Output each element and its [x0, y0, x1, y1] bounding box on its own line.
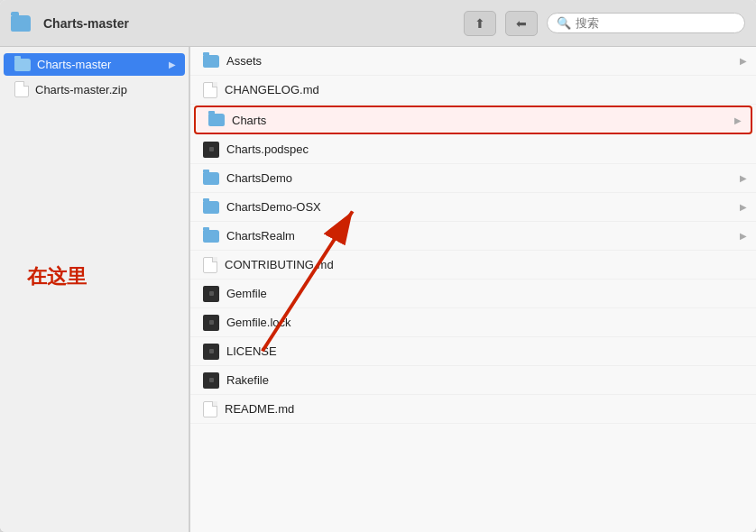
file-icon — [203, 257, 217, 273]
file-item-label: ChartsDemo-OSX — [226, 200, 733, 214]
sidebar: Charts-master ▶ Charts-master.zip 在这里 — [0, 47, 189, 532]
folder-icon — [203, 201, 219, 214]
search-bar: 🔍 — [547, 13, 745, 33]
sidebar-item-label: Charts-master — [37, 58, 111, 71]
share-button[interactable]: ⬆ — [464, 11, 496, 36]
back-icon: ⬅ — [516, 16, 527, 31]
file-list-item-assets[interactable]: Assets▶ — [190, 47, 756, 76]
chevron-right-icon: ▶ — [740, 56, 747, 66]
dark-file-icon — [203, 372, 219, 389]
finder-window: Charts-master ⬆ ⬅ 🔍 Charts-master ▶ Char… — [0, 0, 756, 532]
chevron-right-icon: ▶ — [740, 202, 747, 212]
dark-file-icon — [203, 344, 219, 360]
file-list-item-charts-demo-osx[interactable]: ChartsDemo-OSX▶ — [190, 193, 756, 222]
file-icon — [14, 81, 29, 97]
sidebar-item-zip[interactable]: Charts-master.zip — [4, 77, 185, 102]
share-icon: ⬆ — [475, 16, 485, 31]
file-item-label: ChartsDemo — [226, 171, 733, 185]
file-item-label: README.md — [225, 402, 747, 416]
dark-file-icon — [203, 315, 219, 331]
file-list-item-changelog[interactable]: CHANGELOG.md — [190, 76, 756, 105]
file-list-item-rakefile[interactable]: Rakefile — [190, 366, 756, 395]
right-panel: Assets▶CHANGELOG.mdCharts▶Charts.podspec… — [190, 47, 756, 532]
folder-icon — [203, 230, 219, 243]
file-item-label: Rakefile — [226, 373, 747, 387]
chevron-right-icon: ▶ — [169, 60, 176, 69]
search-input[interactable] — [576, 16, 720, 30]
titlebar-folder-icon — [11, 15, 31, 32]
file-list-item-charts-realm[interactable]: ChartsRealm▶ — [190, 222, 756, 251]
folder-icon — [203, 172, 219, 185]
file-list-item-gemfile-lock[interactable]: Gemfile.lock — [190, 308, 756, 337]
folder-icon — [203, 55, 219, 68]
chevron-right-icon: ▶ — [740, 173, 747, 183]
titlebar: Charts-master ⬆ ⬅ 🔍 — [0, 0, 756, 47]
search-icon: 🔍 — [557, 16, 571, 30]
folder-icon — [208, 114, 225, 126]
chevron-right-icon: ▶ — [734, 115, 742, 125]
file-item-label: Gemfile — [226, 287, 747, 300]
file-list-item-charts[interactable]: Charts▶ — [194, 105, 752, 134]
file-list-item-license[interactable]: LICENSE — [190, 337, 756, 366]
dark-file-icon — [203, 142, 219, 158]
main-area: Charts-master ▶ Charts-master.zip 在这里 As… — [0, 47, 756, 532]
sidebar-item-charts-master[interactable]: Charts-master ▶ — [4, 53, 185, 76]
file-item-label: ChartsRealm — [226, 229, 733, 243]
dark-file-icon — [203, 286, 219, 302]
file-item-label: Gemfile.lock — [226, 316, 747, 329]
file-item-label: Assets — [226, 54, 733, 68]
chevron-right-icon: ▶ — [740, 231, 747, 241]
file-item-label: Charts — [232, 114, 727, 127]
file-list: Assets▶CHANGELOG.mdCharts▶Charts.podspec… — [190, 47, 756, 424]
file-item-label: CONTRIBUTING.md — [225, 258, 747, 271]
folder-icon — [14, 59, 31, 71]
file-item-label: CHANGELOG.md — [225, 83, 747, 96]
file-list-item-readme[interactable]: README.md — [190, 395, 756, 424]
file-item-label: Charts.podspec — [226, 142, 747, 156]
sidebar-item-zip-label: Charts-master.zip — [35, 83, 127, 96]
file-icon — [203, 82, 217, 98]
file-list-item-charts-podspec[interactable]: Charts.podspec — [190, 135, 756, 164]
file-list-item-gemfile[interactable]: Gemfile — [190, 280, 756, 308]
file-item-label: LICENSE — [226, 344, 747, 358]
annotation-label: 在这里 — [27, 263, 87, 290]
file-list-item-charts-demo[interactable]: ChartsDemo▶ — [190, 164, 756, 193]
back-button[interactable]: ⬅ — [505, 11, 538, 36]
file-list-item-contributing[interactable]: CONTRIBUTING.md — [190, 251, 756, 280]
file-icon — [203, 401, 217, 417]
window-title: Charts-master — [43, 16, 455, 31]
